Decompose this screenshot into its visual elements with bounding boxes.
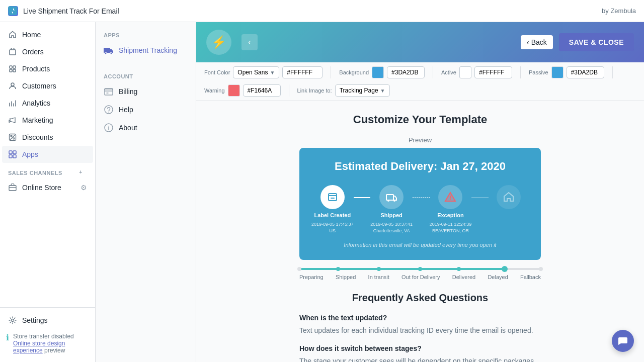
svg-rect-6 bbox=[13, 69, 16, 72]
tracking-steps: Label Created 2019-09-05 17:45:37US Ship… bbox=[311, 185, 529, 234]
secondary-item-shipment-tracking[interactable]: Shipment Tracking bbox=[96, 41, 196, 59]
active-color-input[interactable] bbox=[474, 66, 512, 78]
svg-rect-26 bbox=[329, 194, 337, 201]
step-exception-label: Exception bbox=[437, 212, 464, 218]
svg-point-23 bbox=[108, 112, 109, 113]
app-by: by Zembula bbox=[602, 7, 636, 15]
faq-title: Frequently Asked Questions bbox=[299, 292, 541, 304]
font-color-label: Font Color bbox=[204, 69, 230, 75]
sidebar-settings-label: Settings bbox=[22, 316, 48, 324]
app-header-logo: ⚡ bbox=[206, 30, 231, 55]
warning-color-input[interactable] bbox=[243, 84, 281, 97]
link-image-select[interactable]: Tracking Page ▼ bbox=[335, 84, 390, 97]
toolbar: Font Color Open Sans ▼ Background Active bbox=[196, 62, 644, 101]
chat-bubble-button[interactable] bbox=[612, 330, 634, 352]
background-swatch[interactable] bbox=[372, 66, 384, 78]
toolbar-divider-2 bbox=[433, 66, 433, 78]
link-image-chevron: ▼ bbox=[380, 88, 385, 94]
sidebar-item-orders[interactable]: Orders bbox=[2, 43, 93, 60]
apps-icon bbox=[8, 150, 17, 159]
sidebar-discounts-label: Discounts bbox=[22, 133, 53, 141]
step-shipped: Shipped 2019-09-05 18:37:41Charlottesvil… bbox=[370, 185, 413, 234]
info-icon: ℹ bbox=[6, 333, 9, 342]
warning-swatch[interactable] bbox=[228, 84, 240, 97]
svg-point-7 bbox=[11, 83, 14, 86]
secondary-item-about[interactable]: About bbox=[96, 119, 196, 137]
content-header: ⚡ ‹ ‹ Back SAVE & CLOSE bbox=[196, 22, 644, 62]
step-icon-exception bbox=[438, 185, 462, 209]
orders-icon bbox=[8, 47, 17, 56]
sidebar-home-label: Home bbox=[22, 31, 41, 39]
active-label: Active bbox=[441, 69, 456, 75]
products-icon bbox=[8, 64, 17, 73]
store-transfer-notice: ℹ Store transfer disabled Online store d… bbox=[0, 329, 95, 358]
sidebar-item-marketing[interactable]: Marketing bbox=[2, 112, 93, 129]
collapse-sidebar-button[interactable]: ‹ bbox=[242, 34, 258, 50]
main-content: Customize Your Template Preview Estimate… bbox=[196, 101, 644, 362]
svg-rect-2 bbox=[10, 50, 16, 55]
sidebar-item-settings[interactable]: Settings bbox=[2, 312, 93, 329]
help-icon bbox=[104, 105, 114, 115]
sidebar-online-store-label: Online Store bbox=[22, 184, 61, 192]
secondary-item-help[interactable]: Help bbox=[96, 101, 196, 119]
stage-dot-3 bbox=[418, 267, 422, 271]
sidebar-item-products[interactable]: Products bbox=[2, 60, 93, 77]
connector-3 bbox=[471, 197, 489, 198]
step-shipped-label: Shipped bbox=[380, 212, 402, 218]
sidebar-item-online-store[interactable]: Online Store ⚙ bbox=[2, 179, 93, 196]
sidebar-item-discounts[interactable]: Discounts bbox=[2, 129, 93, 146]
active-swatch[interactable] bbox=[459, 66, 471, 78]
discounts-icon bbox=[8, 133, 17, 142]
font-select[interactable]: Open Sans ▼ bbox=[233, 66, 279, 78]
sidebar-item-customers[interactable]: Customers bbox=[2, 77, 93, 95]
preview-label: Preview bbox=[208, 136, 632, 144]
left-sidebar: Home Orders Products Customers Analytics bbox=[0, 22, 96, 362]
sidebar-customers-label: Customers bbox=[22, 82, 56, 90]
svg-rect-27 bbox=[331, 198, 335, 199]
warning-label: Warning bbox=[204, 87, 225, 94]
toolbar-divider-3 bbox=[520, 66, 521, 78]
svg-rect-3 bbox=[10, 66, 12, 68]
svg-point-9 bbox=[13, 138, 15, 139]
add-sales-channel-icon[interactable]: + bbox=[79, 169, 87, 177]
passive-color-input[interactable] bbox=[567, 66, 604, 78]
svg-point-29 bbox=[387, 200, 389, 202]
save-close-button[interactable]: SAVE & CLOSE bbox=[559, 33, 634, 51]
customize-title: Customize Your Template bbox=[208, 113, 632, 126]
svg-point-8 bbox=[11, 135, 12, 137]
stage-fallback: Fallback bbox=[520, 274, 541, 280]
stage-dot-4 bbox=[457, 267, 461, 271]
secondary-item-billing[interactable]: Billing bbox=[96, 82, 196, 101]
background-color-input[interactable] bbox=[387, 66, 425, 78]
faq-question-1: When is the text updated? bbox=[299, 314, 541, 322]
secondary-sidebar: APPS Shipment Tracking ACCOUNT Billing H… bbox=[96, 22, 196, 362]
svg-rect-13 bbox=[9, 155, 12, 158]
sidebar-item-apps[interactable]: Apps bbox=[2, 146, 93, 163]
sidebar-orders-label: Orders bbox=[22, 48, 44, 56]
background-label: Background bbox=[339, 69, 369, 75]
faq-answer-1: Text updates for each individual trackin… bbox=[299, 325, 541, 336]
passive-swatch[interactable] bbox=[551, 66, 564, 78]
font-color-input[interactable] bbox=[282, 66, 323, 78]
passive-group: Passive bbox=[529, 66, 604, 78]
sidebar-item-home[interactable]: Home bbox=[2, 26, 93, 43]
stage-dot-6 bbox=[539, 267, 543, 271]
sidebar-item-analytics[interactable]: Analytics bbox=[2, 95, 93, 112]
link-image-group: Link Image to: Tracking Page ▼ bbox=[297, 84, 390, 97]
content-area: ⚡ ‹ ‹ Back SAVE & CLOSE Font Color Open … bbox=[196, 22, 644, 362]
faq-section: Frequently Asked Questions When is the t… bbox=[299, 292, 541, 362]
stage-delivered: Delivered bbox=[452, 274, 475, 280]
stage-dot-1 bbox=[336, 267, 340, 271]
step-icon-shipped bbox=[379, 185, 404, 209]
lightning-icon: ⚡ bbox=[211, 35, 226, 49]
back-button[interactable]: ‹ Back bbox=[521, 35, 553, 49]
about-label: About bbox=[119, 124, 137, 132]
step-delivered bbox=[489, 185, 529, 215]
progress-section bbox=[299, 268, 541, 270]
account-section-title: ACCOUNT bbox=[96, 67, 196, 82]
online-store-settings-icon[interactable]: ⚙ bbox=[80, 184, 87, 192]
apps-section-title: APPS bbox=[96, 26, 196, 41]
step-date-3: 2019-09-11 12:24:39BEAVERTON, OR bbox=[430, 221, 472, 234]
svg-rect-12 bbox=[13, 151, 16, 154]
toolbar-divider-4 bbox=[612, 66, 613, 78]
